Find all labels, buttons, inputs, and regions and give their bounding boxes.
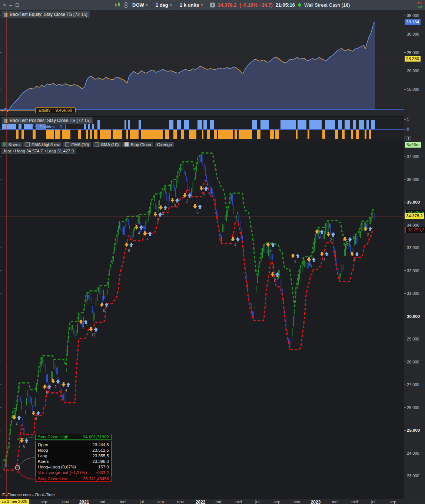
separator [176,1,176,9]
legend-item-sma-10-[interactable]: SMA (10) [92,141,121,148]
x-axis-tick: sep. [41,500,49,504]
indicator-color-icon [4,119,7,123]
maximize-icon[interactable]: □ [16,1,19,8]
legend-label: Overige [157,142,172,147]
x-axis-tick: jul. [255,500,260,504]
legend-item-ema-10-[interactable]: EMA (10) [63,141,92,148]
last-price: 34.378,2 [218,2,237,8]
quote-time: 21:05:16 [276,2,295,8]
symbol-dropdown[interactable]: DOW ▾ [132,2,149,8]
indicator-color-icon [4,13,7,17]
right-axis[interactable]: 35.00030.00025.00020.00015.00033.18423.2… [404,10,425,499]
legend-row: KoersEMA High/LowEMA (10)SMA (10)Stay Cl… [0,141,405,147]
positions-axis-badge: -1 [405,136,411,141]
candlestick-style-icon[interactable] [114,2,120,8]
axis-tick: 1 [404,117,409,122]
axis-tick: 25.000 [404,428,420,433]
last-price-badge: 34.378,2 [405,213,424,219]
info-row: Open23.444,5 [38,442,109,448]
x-axis-tick: mrt. [216,500,223,504]
year-high-low-label: Jaar:+Hoog 34.574,7 +Laag 31.427,9 [1,148,76,154]
x-axis-tick: mei [120,500,126,504]
legend-label: EMA (10) [71,142,89,147]
minimize-icon[interactable]: – [9,1,12,8]
info-row: Hoog–Laag (0,67%)157,0 [38,464,109,470]
x-axis-tick: sep. [157,500,165,504]
axis-tick: 23.000 [404,473,419,478]
chevron-down-icon: ▾ [201,3,203,7]
separator [207,1,207,9]
legend-item-ema-high-low[interactable]: EMA High/Low [23,141,62,148]
axis-tick: 31.000 [404,291,419,296]
x-axis-tick: 2022 [196,500,206,504]
legend-label: Koers [9,142,20,147]
chevron-down-icon: ▾ [170,3,172,7]
window-controls: × – □ [3,1,19,8]
x-axis-tick: sep. [390,500,398,504]
axis-tick: 20.000 [404,68,419,73]
axis-tick: 29.000 [404,336,419,342]
info-row: Var. / vorige unit (−1,27%)−301,2 [38,470,109,475]
last-price-line [0,216,404,217]
crosshair-date-label: zo 3 mei 2020 [0,499,29,504]
toolbar-main: DOW ▾ 1 dag ▾ 1 k units ▾ i 34.378,2 (−0… [114,0,350,10]
checkbox-icon[interactable] [65,142,69,146]
legend-label: SMA (10) [101,142,119,147]
axis-tick: 33.000 [404,245,419,250]
equity-baseline-leader [0,110,35,111]
equity-panel-title[interactable]: BackTest Equity: Stay Close TS (72 15) [1,11,90,18]
price-info-box: Open23.444,5Hoog23.512,5Laag23.355,5Koer… [35,441,112,477]
units-label: 1 k units [180,2,199,8]
axis-tick: 32.000 [404,268,419,273]
axis-tick: 30.000 [404,314,420,319]
chevron-down-icon: ▾ [146,3,148,7]
price-crosshair-h [0,59,404,59]
separator [152,1,152,9]
refresh-icon[interactable] [416,1,423,10]
checkbox-icon[interactable] [124,142,129,146]
x-axis-tick: jul. [140,500,145,504]
info-row: Hoog23.512,5 [38,448,109,453]
stay-close-low-badge: 33.759,7 [405,227,425,233]
price-change: (−0,10% −34,7) [239,2,273,8]
positions-value-label: Posities1 [36,124,66,130]
equity-value-label: Equity9.456,60 [35,107,76,113]
units-dropdown[interactable]: 1 k units ▾ [179,2,204,8]
symbol-label: DOW [132,2,144,8]
info-icon[interactable]: i [210,3,215,7]
axis-tick: 27.000 [404,382,419,387]
equity-chart[interactable] [0,10,404,116]
positions-panel-title[interactable]: BackTest Posities: Stay Close TS (72 15) [1,117,94,124]
axis-tick: 37.000 [404,154,419,159]
x-axis-tick: nov. [293,500,301,504]
equity-current-badge: 33.184 [405,19,421,25]
timeframe-label: 1 dag [156,2,168,8]
checkbox-icon[interactable] [26,142,30,146]
axis-tick: 26.000 [404,405,419,410]
close-icon[interactable]: × [3,1,6,8]
stay-close-low-label: Stay Close Low23.241,48458 [35,476,112,482]
equity-panel [0,10,404,116]
x-axis-tick: mrt. [332,500,339,504]
axis-tick: 28.000 [404,359,419,365]
axis-tick: 15.000 [404,87,419,92]
equity-price-badge: 23.250 [405,56,421,62]
legend-label: Stay Close [130,142,151,147]
axis-tick: 24.000 [404,451,419,456]
axis-tick: 34.000 [404,223,419,228]
axis-tick: 35.000 [404,13,419,18]
x-axis-tick: mrt. [100,500,107,504]
x-axis[interactable]: sep.nov.2021mrt.meijul.sep.nov.2022mrt.m… [0,499,425,504]
axis-tick: 36.000 [404,177,419,182]
x-axis-tick: 2023 [311,500,321,504]
legend-item-stay-close[interactable]: Stay Close [122,141,154,148]
checkbox-icon[interactable] [95,142,99,146]
link-units-icon[interactable] [123,2,129,8]
legend-item-koers[interactable]: Koers [1,141,22,148]
legend-item-overige[interactable]: Overige [155,141,175,148]
x-axis-tick: jul. [371,500,376,504]
trading-app-window: × – □ DOW ▾ 1 dag ▾ [0,0,425,504]
x-axis-tick: 2021 [79,500,89,504]
axis-tick: 25.000 [404,50,419,55]
timeframe-dropdown[interactable]: 1 dag ▾ [155,2,173,8]
